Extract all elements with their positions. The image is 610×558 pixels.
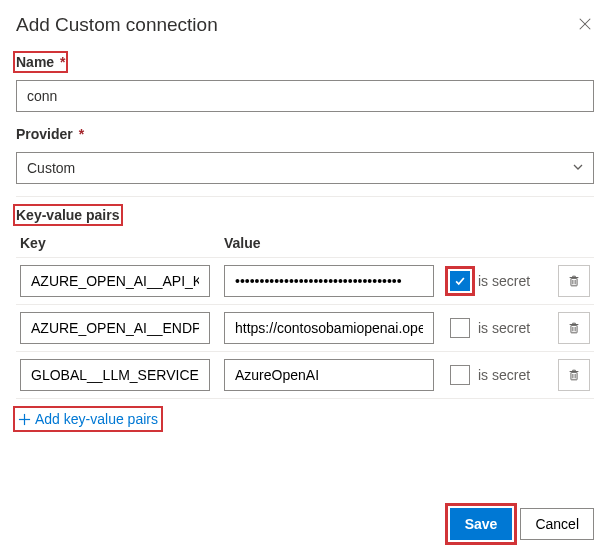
kv-section-header: Key-value pairs — [16, 207, 120, 223]
add-kv-link[interactable]: Add key-value pairs — [16, 409, 160, 429]
is-secret-label: is secret — [478, 367, 530, 383]
dialog-title: Add Custom connection — [16, 14, 218, 36]
required-asterisk: * — [60, 54, 65, 70]
svg-rect-2 — [571, 278, 577, 285]
dialog-footer: Save Cancel — [450, 508, 594, 540]
is-secret-checkbox[interactable] — [450, 271, 470, 291]
kv-rows: is secretis secretis secret — [16, 257, 594, 399]
provider-label-text: Provider — [16, 126, 73, 142]
is-secret-label: is secret — [478, 273, 530, 289]
name-label-text: Name — [16, 54, 54, 70]
kv-value-input[interactable] — [224, 312, 434, 344]
is-secret-checkbox[interactable] — [450, 365, 470, 385]
plus-icon — [18, 413, 31, 426]
kv-section: Key-value pairs Key Value is secretis se… — [16, 207, 594, 429]
svg-rect-16 — [571, 372, 577, 379]
provider-select[interactable] — [16, 152, 594, 184]
kv-row: is secret — [16, 258, 594, 305]
kv-value-input[interactable] — [224, 265, 434, 297]
kv-value-input[interactable] — [224, 359, 434, 391]
svg-rect-9 — [571, 325, 577, 332]
save-button[interactable]: Save — [450, 508, 513, 540]
provider-field-group: Provider * — [16, 126, 594, 184]
delete-row-button[interactable] — [558, 265, 590, 297]
cancel-button[interactable]: Cancel — [520, 508, 594, 540]
kv-column-headers: Key Value — [16, 235, 594, 257]
name-label: Name * — [16, 54, 65, 70]
kv-value-header: Value — [224, 235, 434, 251]
close-icon[interactable] — [578, 17, 594, 33]
delete-row-button[interactable] — [558, 359, 590, 391]
is-secret-checkbox[interactable] — [450, 318, 470, 338]
provider-label: Provider * — [16, 126, 84, 142]
is-secret-label: is secret — [478, 320, 530, 336]
kv-key-input[interactable] — [20, 312, 210, 344]
divider — [16, 196, 594, 197]
kv-key-header: Key — [16, 235, 206, 251]
add-kv-label: Add key-value pairs — [35, 411, 158, 427]
kv-key-input[interactable] — [20, 359, 210, 391]
dialog-header: Add Custom connection — [16, 14, 594, 36]
kv-row: is secret — [16, 352, 594, 399]
delete-row-button[interactable] — [558, 312, 590, 344]
kv-key-input[interactable] — [20, 265, 210, 297]
name-input[interactable] — [16, 80, 594, 112]
name-field-group: Name * — [16, 54, 594, 112]
required-asterisk: * — [79, 126, 84, 142]
kv-row: is secret — [16, 305, 594, 352]
